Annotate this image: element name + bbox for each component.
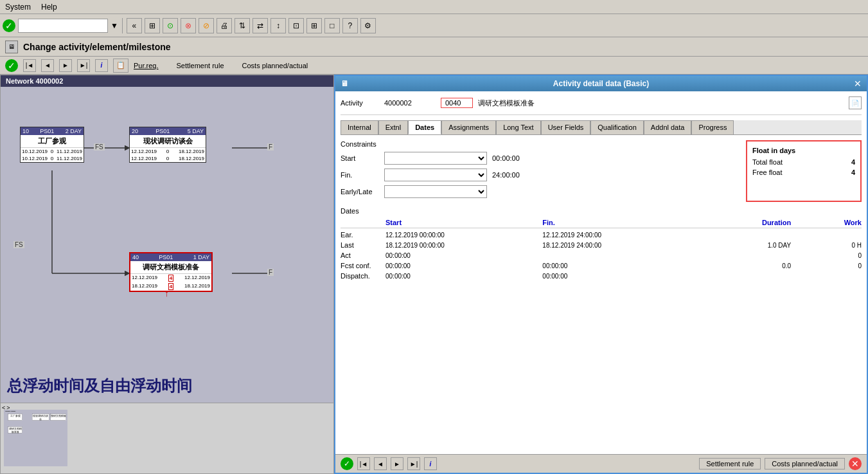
action-settlement-rule[interactable]: Settlement rule [177, 62, 224, 69]
dates-label-last: Last [341, 241, 385, 249]
dropdown-icon[interactable]: ▼ [111, 21, 118, 30]
dates-last-dur: 1.0 DAY [700, 242, 797, 249]
toolbar-btn-print[interactable]: 🖨 [217, 18, 232, 33]
menu-system[interactable]: System [5, 3, 31, 12]
action-pur-icon: 📋 [113, 59, 128, 73]
activity-doc-icon[interactable]: 📄 [849, 96, 862, 109]
dates-label-dispatch: Dispatch. [341, 272, 385, 280]
activity-dialog: 🖥 Activity detail data (Basic) ✕ Activit… [334, 75, 868, 474]
toolbar-btn-circle-check[interactable]: ⊙ [163, 18, 178, 33]
tab-qualification[interactable]: Qualification [590, 120, 644, 134]
dates-label-ear: Ear. [341, 231, 385, 239]
title-bar: 🖥 Change activity/element/milestone [0, 37, 868, 57]
footer-nav-next[interactable]: ► [391, 457, 403, 470]
dates-last-work: 0 H [796, 242, 862, 249]
node-40-title: 调研文档模板准备 [130, 261, 211, 274]
node-10-dates1: 10.12.2019011.12.2019 [21, 148, 84, 155]
action-costs[interactable]: Costs planned/actual [242, 62, 308, 69]
dialog-icon: 🖥 [341, 79, 348, 88]
footer-nav-last[interactable]: ►| [407, 457, 420, 470]
toolbar-btn-first[interactable]: « [127, 18, 142, 33]
node-10[interactable]: 10 PS01 2 DAY 工厂参观 10.12.2019011.12.2019… [20, 127, 84, 163]
dates-section: Dates Start Fin. Duration Work Ear. 12.1… [341, 207, 862, 280]
action-green-check[interactable]: ✓ [5, 59, 18, 72]
toolbar-btn-gear[interactable]: ⚙ [360, 18, 376, 33]
mini-map[interactable]: < > Network 4000002 工厂参观 现状调研访谈会 预研文档模板 … [1, 403, 333, 473]
footer-cancel[interactable]: ✕ [849, 457, 862, 470]
node-10-dur: 2 DAY [66, 128, 82, 134]
total-float-label: Total float [752, 158, 783, 166]
toolbar-btn-grid[interactable]: ⊞ [145, 18, 160, 33]
action-nav-prev[interactable]: ◄ [41, 59, 54, 72]
constraint-earlylate-select[interactable] [384, 185, 487, 198]
constraint-earlylate-row: Early/Late [341, 185, 736, 198]
dates-row-act: Act 00:00:00 0 [341, 251, 862, 259]
dates-row-ear: Ear. 12.12.2019 00:00:00 12.12.2019 24:0… [341, 231, 862, 239]
tab-bar: Internal Extnl Dates Assignments Long Te… [341, 120, 862, 135]
toolbar-btn-question[interactable]: ? [342, 18, 358, 33]
title-icon: 🖥 [5, 41, 18, 53]
dates-fcst-fin: 00:00:00 [542, 262, 699, 269]
float-title: Float in days [752, 147, 855, 154]
activity-num-box[interactable]: 0040 [441, 98, 473, 108]
footer-costs[interactable]: Costs planned/actual [765, 458, 845, 469]
node-10-id: 10 [22, 128, 29, 134]
dates-label-act: Act [341, 251, 385, 259]
dates-header: Start Fin. Duration Work [341, 219, 862, 228]
activity-id-value: 4000002 [384, 99, 436, 107]
toolbar-btn-arrows-lr[interactable]: ⇄ [252, 18, 268, 33]
node-20-dates1: 12.12.2019018.12.2019 [130, 148, 206, 155]
tab-long-text[interactable]: Long Text [496, 120, 541, 134]
dialog-body: Activity 4000002 0040 调研文档模板准备 📄 Interna… [335, 91, 867, 287]
toolbar-btn-box2[interactable]: ⊞ [306, 18, 322, 33]
tab-progress[interactable]: Progress [691, 120, 734, 134]
tab-extnl[interactable]: Extnl [378, 120, 408, 134]
node-40-dates2: 18.12.2019418.12.2019 [130, 282, 211, 291]
footer-settlement-rule[interactable]: Settlement rule [699, 458, 761, 469]
activity-label: Activity [341, 99, 379, 107]
tab-addnl-data[interactable]: Addnl data [644, 120, 692, 134]
footer-green-check[interactable]: ✓ [341, 457, 353, 470]
total-float-value: 4 [851, 158, 855, 166]
action-nav-next[interactable]: ► [59, 59, 72, 72]
tab-dates[interactable]: Dates [408, 120, 441, 134]
node-40[interactable]: 40PS011 DAY 调研文档模板准备 12.12.2019412.12.20… [129, 252, 213, 292]
network-canvas[interactable]: FS FS F F 10 PS01 2 DAY 工厂参观 10.12.20190… [1, 87, 333, 403]
action-nav-first[interactable]: |◄ [23, 59, 36, 72]
footer-info[interactable]: i [424, 457, 437, 470]
toolbar-btn-stop[interactable]: ⊗ [181, 18, 196, 33]
menu-help[interactable]: Help [41, 3, 57, 12]
dates-col-fin: Fin. [542, 219, 699, 226]
dates-row-fcst: Fcst conf. 00:00:00 00:00:00 0.0 0 [341, 262, 862, 269]
toolbar-btn-circle-x[interactable]: ⊘ [199, 18, 214, 33]
node-20[interactable]: 20PS015 DAY 现状调研访谈会 12.12.2019018.12.201… [129, 127, 206, 163]
toolbar-btn-square[interactable]: □ [324, 18, 340, 33]
main-content: Network 4000002 FS [0, 75, 868, 474]
network-panel: Network 4000002 FS [0, 75, 334, 474]
tab-internal[interactable]: Internal [341, 120, 378, 134]
constraint-start-select[interactable] [384, 152, 487, 165]
dates-act-work: 0 [796, 252, 862, 259]
toolbar-btn-arrows-ud[interactable]: ⇅ [235, 18, 250, 33]
constraint-fin-select[interactable] [384, 169, 487, 181]
constraint-fin-time: 24:00:00 [492, 171, 520, 179]
action-info[interactable]: i [95, 59, 108, 72]
green-check-toolbar[interactable]: ✓ [3, 19, 15, 32]
node-20-title: 现状调研访谈会 [130, 135, 206, 148]
constraint-start-label: Start [341, 154, 379, 162]
toolbar-btn-arrows2[interactable]: ↕ [270, 18, 286, 33]
constraints-title: Constraints [341, 140, 736, 148]
toolbar-input[interactable] [18, 19, 108, 33]
footer-nav-first[interactable]: |◄ [357, 457, 370, 470]
action-nav-last[interactable]: ►| [77, 59, 90, 72]
constraint-fin-label: Fin. [341, 171, 379, 179]
activity-row: Activity 4000002 0040 调研文档模板准备 📄 [341, 96, 862, 115]
tab-user-fields[interactable]: User Fields [541, 120, 591, 134]
tab-assignments[interactable]: Assignments [441, 120, 496, 134]
toolbar-btn-box1[interactable]: ⊡ [288, 18, 304, 33]
fs-label-10-40: FS [13, 241, 24, 248]
footer-nav-prev[interactable]: ◄ [374, 457, 387, 470]
dialog-close-btn[interactable]: ✕ [854, 78, 862, 89]
action-pur-req[interactable]: Pur.req. [134, 62, 159, 69]
dates-dispatch-start: 00:00:00 [385, 273, 542, 280]
